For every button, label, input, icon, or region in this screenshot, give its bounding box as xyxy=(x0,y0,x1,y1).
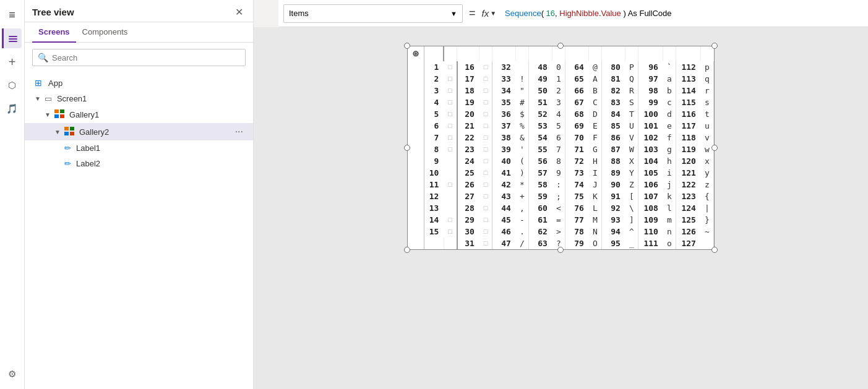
label1-icon: ✏ xyxy=(64,143,71,153)
svg-rect-6 xyxy=(60,114,64,118)
tree-header: Tree view ✕ xyxy=(25,0,253,22)
app-label: App xyxy=(48,79,62,88)
handle-bottom-left[interactable] xyxy=(404,247,410,253)
ascii-data-table: ⊛1□16□3248064@80P96`112p2□17□33!49165A81… xyxy=(408,46,713,249)
tree-title: Tree view xyxy=(32,7,74,17)
tree-item-screen1[interactable]: ▼ ▭ Screen1 xyxy=(25,91,253,106)
formula-num: 16 xyxy=(546,9,555,18)
handle-middle-left[interactable] xyxy=(404,145,410,151)
chevron-down-icon: ▼ xyxy=(35,95,41,102)
search-input[interactable] xyxy=(52,53,240,62)
svg-rect-2 xyxy=(9,41,17,42)
gallery-selection-wrapper: ⊛1□16□3248064@80P96`112p2□17□33!49165A81… xyxy=(407,46,714,250)
svg-rect-5 xyxy=(60,109,64,113)
chevron-down-icon-gallery2: ▼ xyxy=(54,129,61,135)
formula-obj: HighNibble xyxy=(559,9,599,18)
svg-rect-8 xyxy=(64,132,69,135)
media-icon[interactable]: 🎵 xyxy=(2,99,22,119)
svg-rect-0 xyxy=(9,36,17,37)
canvas-area: ⊛1□16□3248064@80P96`112p2□17□33!49165A81… xyxy=(254,27,868,389)
tree-item-app[interactable]: ⊞ App xyxy=(25,75,253,91)
formula-text-area: Sequence( 16, HighNibble.Value ) As Full… xyxy=(500,9,863,18)
hamburger-menu-icon[interactable]: ≡ xyxy=(2,5,22,25)
formula-paren-close: ) As FullCode xyxy=(621,9,672,18)
svg-rect-10 xyxy=(70,132,74,135)
fx-chevron-icon: ▼ xyxy=(490,10,496,17)
context-menu-icon[interactable]: ··· xyxy=(233,126,246,137)
search-box: 🔍 xyxy=(32,49,246,66)
svg-rect-1 xyxy=(9,38,17,40)
close-icon[interactable]: ✕ xyxy=(233,5,246,19)
handle-top-right[interactable] xyxy=(711,43,718,49)
chevron-down-icon-gallery1: ▼ xyxy=(45,111,51,118)
label2-label: Label2 xyxy=(76,159,100,168)
handle-top-center[interactable] xyxy=(557,43,564,49)
formula-paren-open: ( xyxy=(541,9,546,18)
tree-content: ⊞ App ▼ ▭ Screen1 ▼ Gallery1 xyxy=(25,72,253,389)
tree-item-label1[interactable]: ✏ Label1 xyxy=(25,140,253,156)
dropdown-chevron-icon: ▼ xyxy=(450,10,457,17)
svg-rect-3 xyxy=(54,109,59,113)
app-icon: ⊞ xyxy=(35,78,42,88)
tab-screens[interactable]: Screens xyxy=(32,22,76,43)
screen1-label: Screen1 xyxy=(57,94,87,103)
icon-bar: ≡ + ⬡ 🎵 ⚙ xyxy=(0,0,25,389)
formula-field: Value xyxy=(601,9,621,18)
handle-bottom-right[interactable] xyxy=(711,247,718,253)
tree-item-gallery1[interactable]: ▼ Gallery1 xyxy=(25,106,253,123)
tree-tabs: Screens Components xyxy=(25,22,253,43)
label2-icon: ✏ xyxy=(64,159,71,168)
right-section: Items ▼ = fx ▼ Sequence( 16, HighNibble.… xyxy=(254,0,868,389)
gallery1-icon xyxy=(54,109,64,120)
tree-item-label2[interactable]: ✏ Label2 xyxy=(25,156,253,171)
gallery1-label: Gallery1 xyxy=(69,110,99,119)
svg-rect-4 xyxy=(54,114,59,118)
fx-button[interactable]: fx ▼ xyxy=(482,8,497,19)
settings-icon[interactable]: ⚙ xyxy=(2,364,22,384)
screen-icon: ▭ xyxy=(45,94,52,103)
svg-rect-9 xyxy=(70,127,74,130)
app-layout: ≡ + ⬡ 🎵 ⚙ Tree view ✕ Screens Components… xyxy=(0,0,868,389)
tab-components[interactable]: Components xyxy=(76,22,134,43)
gallery2-icon xyxy=(64,127,74,137)
equals-sign: = xyxy=(466,7,478,20)
search-icon: 🔍 xyxy=(38,53,48,62)
add-icon[interactable]: + xyxy=(2,52,22,72)
tree-panel: Tree view ✕ Screens Components 🔍 ⊞ App ▼ xyxy=(25,0,254,389)
dropdown-label: Items xyxy=(289,9,309,18)
shapes-icon[interactable]: ⬡ xyxy=(2,75,22,95)
label1-label: Label1 xyxy=(76,143,100,153)
svg-rect-7 xyxy=(64,127,69,130)
gallery2-label: Gallery2 xyxy=(79,127,109,137)
handle-middle-right[interactable] xyxy=(711,145,718,151)
fx-label: fx xyxy=(482,8,489,19)
layers-icon[interactable] xyxy=(2,28,22,48)
handle-bottom-center[interactable] xyxy=(557,247,564,253)
formula-bar: Items ▼ = fx ▼ Sequence( 16, HighNibble.… xyxy=(278,0,868,27)
gallery-widget: ⊛1□16□3248064@80P96`112p2□17□33!49165A81… xyxy=(407,46,714,250)
formula-sequence-kw: Sequence xyxy=(505,9,541,18)
items-dropdown[interactable]: Items ▼ xyxy=(283,4,463,23)
tree-item-gallery2[interactable]: ▼ Gallery2 ··· xyxy=(25,123,253,140)
